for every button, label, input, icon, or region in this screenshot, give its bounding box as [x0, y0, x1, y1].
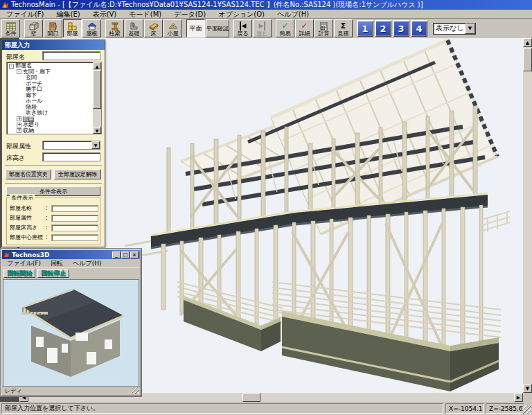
technos3d-titlebar[interactable]: Technos3D _ □ × [2, 250, 140, 259]
menu-option[interactable]: オプション(O) [212, 10, 271, 19]
resize-grip[interactable] [132, 387, 139, 394]
resize-grip[interactable] [522, 405, 531, 414]
app-icon [1, 1, 9, 9]
toolbar-foundation-button[interactable]: 基礎 [125, 19, 143, 37]
statusbar: 部屋入力位置を選択して下さい。 X=-1054.1 Z=-2585.6 [0, 402, 532, 415]
menu-view[interactable]: 表示(V) [87, 10, 123, 19]
tree-item-kyoshitsu[interactable]: +居室 [8, 116, 92, 123]
menubar: ファイル(F) 編集(E) 表示(V) モード(M) データ(D) オプション(… [0, 10, 532, 19]
menu-data[interactable]: データ(D) [168, 10, 212, 19]
toolbar: 条件 壁 開口 部屋 屋根 柱梁 [0, 19, 532, 38]
menu-file[interactable]: ファイル(F) [0, 10, 51, 19]
tree-item-genkan[interactable]: 玄関 [8, 75, 92, 81]
scroll-right-icon[interactable]: ▶ [514, 393, 523, 402]
menu-edit[interactable]: 編集(E) [51, 10, 87, 19]
tree-item-genkan-rouka[interactable]: -玄関・廊下 [8, 69, 92, 76]
toolbar-condition-button[interactable]: 条件 [1, 19, 20, 37]
tree-item-shuunou[interactable]: +収納 [8, 128, 92, 134]
close-icon[interactable]: × [130, 251, 139, 258]
technos3d-status-text: レディ [5, 387, 22, 395]
titlebar[interactable]: TechnosMain - [【ファイル名:D:¥Technos¥Data01¥… [0, 0, 532, 10]
floor-4-button[interactable]: 4 [411, 20, 427, 37]
toolbar-roof-frame-button[interactable]: 小屋 [163, 19, 182, 37]
floor-2-button[interactable]: 2 [375, 20, 391, 37]
tree-item-kaidan[interactable]: 階段 [8, 105, 92, 111]
technos3d-statusbar: レディ [2, 386, 140, 395]
toolbar-calc-button[interactable]: 計算 [314, 19, 333, 37]
scroll-up-icon[interactable]: ▲ [523, 38, 532, 47]
horizontal-scroll-thumb[interactable] [242, 393, 260, 402]
vertical-scroll-thumb[interactable] [523, 48, 532, 71]
cond-attr-value [51, 215, 98, 222]
toolbar-column-beam-button[interactable]: 柱梁 [105, 19, 124, 37]
chevron-down-icon[interactable]: ▼ [91, 141, 100, 149]
status-message-panel: 部屋入力位置を選択して下さい。 [1, 403, 443, 414]
move-room-name-button[interactable]: 部屋名位置変更 [6, 169, 51, 179]
toolbar-plan-button[interactable]: 平面 [186, 19, 205, 37]
tree-scrollbar[interactable]: ▲ ▼ [93, 62, 101, 134]
toolbar-simple-button[interactable]: ✓ 簡易 [276, 19, 294, 37]
divider [5, 183, 102, 184]
toolbar-plan-check-button[interactable]: 平面確認 [206, 19, 229, 37]
toolbar-forward-button[interactable]: ▶ 進む [253, 19, 272, 37]
menu-mode[interactable]: モード(M) [123, 10, 168, 19]
cond-height-value [51, 224, 98, 231]
room-name-input[interactable] [42, 51, 100, 60]
calculator-icon [320, 21, 328, 30]
tree-item-katteguchi[interactable]: 勝手口 [8, 87, 92, 93]
room-tree[interactable]: -部屋名 -玄関・廊下 玄関 ポーチ 勝手口 廊下 ホール 階段 吹き抜け +居… [6, 62, 102, 134]
floor-3-button[interactable]: 3 [393, 20, 409, 37]
house-model [3, 280, 139, 386]
scroll-up-icon[interactable]: ▲ [93, 62, 101, 69]
scroll-down-icon[interactable]: ▼ [93, 127, 101, 134]
tree-item-mizumawari[interactable]: +水廻り [8, 122, 92, 128]
t3d-menu-rotate[interactable]: 回転 [46, 259, 68, 268]
toolbar-detail-button[interactable]: ✓ 詳細 [295, 19, 314, 37]
tree-item-hall[interactable]: ホール [8, 98, 92, 105]
tree-item-fukinuke[interactable]: 吹き抜け [8, 110, 92, 116]
expand-icon[interactable]: + [17, 128, 21, 133]
toolbar-roof-button[interactable]: 屋根 [82, 19, 101, 37]
cond-row-height: 部屋床高さ : [10, 224, 98, 231]
toolbar-wall-button[interactable]: 壁 [24, 19, 43, 37]
menu-help[interactable]: ヘルプ(H) [271, 10, 315, 19]
collapse-icon[interactable]: - [9, 64, 14, 69]
collapse-icon[interactable]: - [17, 69, 21, 74]
expand-icon[interactable]: + [17, 116, 21, 121]
tree-scroll-thumb[interactable] [93, 70, 101, 109]
rotate-stop-button[interactable]: 回転停止 [37, 269, 69, 278]
toolbar-estimate-button[interactable]: Σ 見積 [334, 19, 353, 37]
toolbar-back-button[interactable]: ◀ 戻る [233, 19, 252, 37]
scroll-down-icon[interactable]: ▼ [523, 384, 532, 393]
clear-all-rooms-button[interactable]: 全部屋設定解除 [54, 169, 101, 179]
maximize-icon[interactable]: □ [121, 251, 130, 258]
footing-icon [130, 21, 139, 30]
red-check-icon: ✓ [301, 21, 308, 30]
expand-icon[interactable]: + [17, 123, 21, 127]
wall-icon [29, 21, 39, 30]
technos3d-view[interactable] [3, 279, 139, 387]
vertical-scrollbar[interactable]: ▲ ▼ [523, 38, 532, 393]
toolbar-room-button[interactable]: 部屋 [63, 19, 82, 37]
chevron-down-icon[interactable]: ▼ [465, 24, 475, 34]
display-mode-select[interactable]: 表示なし ▼ [433, 23, 476, 35]
status-message: 部屋入力位置を選択して下さい。 [5, 404, 99, 413]
cond-row-center: 部屋中心座標 : [10, 233, 98, 241]
technos3d-toolbar: 回転開始 回転停止 [2, 267, 140, 279]
t3d-menu-file[interactable]: ファイル(F) [2, 259, 46, 268]
tree-item-porch[interactable]: ポーチ [8, 81, 92, 87]
room-attr-label: 部屋属性 [6, 142, 31, 151]
room-attr-select[interactable]: ▼ [42, 141, 100, 150]
green-check-icon: ✓ [281, 21, 288, 30]
floor-height-input[interactable] [42, 152, 100, 161]
floor-1-button[interactable]: 1 [357, 20, 373, 37]
minimize-icon[interactable]: _ [112, 251, 121, 258]
dialog-titlebar[interactable]: 部屋入力 [2, 40, 105, 50]
truss-icon [168, 21, 178, 30]
rotate-start-button[interactable]: 回転開始 [3, 269, 35, 278]
toolbar-opening-button[interactable]: 開口 [44, 19, 62, 37]
toolbar-floor-button[interactable]: 床 [144, 19, 163, 37]
tree-item-rouka[interactable]: 廊下 [8, 93, 92, 99]
group-title: 条件表示 [10, 194, 35, 202]
t3d-menu-help[interactable]: ヘルプ(H) [68, 259, 106, 268]
